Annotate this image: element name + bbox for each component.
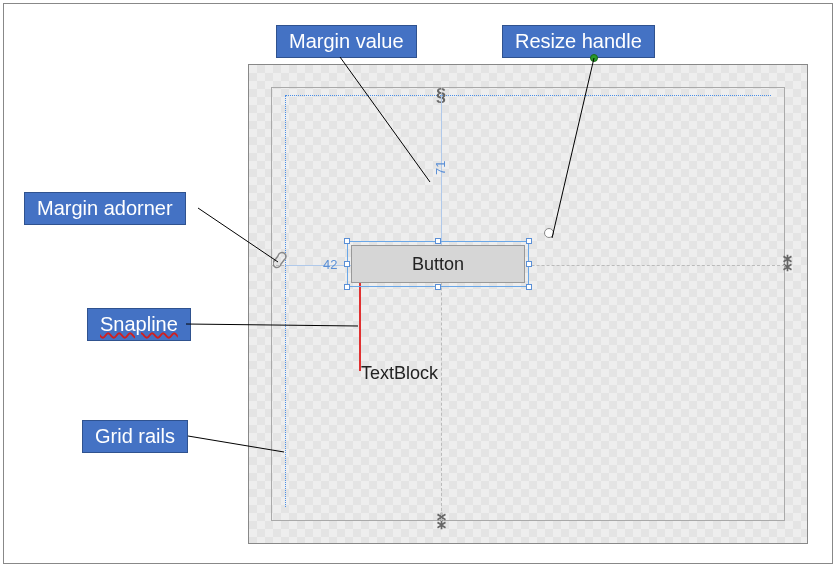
callout-margin-adorner: Margin adorner <box>24 192 186 225</box>
callout-grid-rails: Grid rails <box>82 420 188 453</box>
grid-rail-top[interactable] <box>285 95 771 96</box>
margin-line-left <box>285 265 351 266</box>
margin-value-left: 42 <box>323 257 337 272</box>
callout-resize-handle: Resize handle <box>502 25 655 58</box>
margin-value-top: 71 <box>433 161 448 175</box>
button-control[interactable]: Button <box>351 245 525 283</box>
callout-label: Grid rails <box>95 425 175 447</box>
callout-snapline: Snapline <box>87 308 191 341</box>
callout-margin-value: Margin value <box>276 25 417 58</box>
grid-rail-left[interactable] <box>285 95 286 507</box>
button-content: Button <box>412 254 464 275</box>
designer-surface[interactable]: § ⁑ ⁑ 42 71 Button TextBlock <box>248 64 808 544</box>
callout-label: Resize handle <box>515 30 642 52</box>
callout-label: Margin value <box>289 30 404 52</box>
snapline <box>359 283 361 371</box>
margin-adorner-icon[interactable] <box>273 251 289 277</box>
callout-connector-dot <box>590 54 598 62</box>
callout-label: Margin adorner <box>37 197 173 219</box>
callout-label: Snapline <box>100 313 178 335</box>
textblock-control[interactable]: TextBlock <box>361 363 438 384</box>
textblock-content: TextBlock <box>361 363 438 383</box>
layout-root-border <box>271 87 785 521</box>
